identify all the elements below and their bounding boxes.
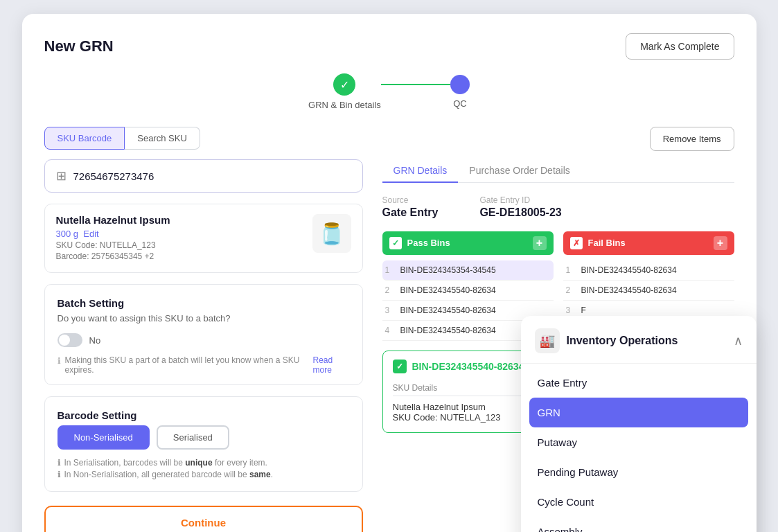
source-label: Source xyxy=(382,195,439,205)
batch-setting-desc: Do you want to assign this SKU to a batc… xyxy=(58,313,350,323)
barcode-note-1: ℹ In Serialisation, barcodes will be uni… xyxy=(58,458,350,468)
tab-grn-details[interactable]: GRN Details xyxy=(382,159,459,183)
bin-num: 2 xyxy=(385,285,395,295)
add-pass-bin-button[interactable]: + xyxy=(533,236,547,250)
fail-bins-header: ✗ Fail Bins + xyxy=(563,231,734,255)
main-card: New GRN Mark As Complete ✓ GRN & Bin det… xyxy=(22,14,757,532)
barcode-setting-title: Barcode Setting xyxy=(58,409,350,421)
step-1: ✓ GRN & Bin details xyxy=(308,73,381,110)
dropdown-collapse-icon[interactable]: ∧ xyxy=(734,333,743,348)
tab-po-details[interactable]: Purchase Order Details xyxy=(458,159,581,183)
bin-num: 3 xyxy=(385,305,395,315)
dropdown-section-icon: 🏭 xyxy=(535,328,560,353)
pass-bins-header: ✓ Pass Bins + xyxy=(382,231,554,255)
dropdown-item-gate-entry[interactable]: Gate Entry xyxy=(529,368,748,398)
sku-tab-bar: SKU Barcode Search SKU xyxy=(44,127,363,150)
barcode-input-wrap: ⊞ xyxy=(44,159,363,193)
non-serialised-btn[interactable]: Non-Serialised xyxy=(58,425,150,450)
source-value: Gate Entry xyxy=(382,206,439,219)
fail-bin-icon: ✗ xyxy=(570,237,583,249)
step-1-label: GRN & Bin details xyxy=(308,100,381,110)
barcode-note-2-icon: ℹ xyxy=(58,470,61,479)
bin-detail-name: BIN-DE324345540-82634 xyxy=(412,361,524,372)
dropdown-item-assembly[interactable]: Assembly xyxy=(529,517,748,532)
product-image: 🫙 xyxy=(312,214,351,253)
barcode-options: Non-Serialised Serialised xyxy=(58,425,350,450)
left-column: SKU Barcode Search SKU ⊞ Nutella Hazelnu… xyxy=(44,127,363,532)
barcode-note-2: ℹ In Non-Serialisation, all generated ba… xyxy=(58,470,350,479)
bin-code: BIN-DE324345540-82634 xyxy=(581,265,677,275)
header-row: New GRN Mark As Complete xyxy=(44,33,734,60)
gate-entry-group: Gate Entry ID GE-DE18005-23 xyxy=(479,195,561,219)
product-edit-link[interactable]: Edit xyxy=(83,229,98,239)
step-1-circle: ✓ xyxy=(333,73,355,96)
bin-num: 2 xyxy=(566,285,576,295)
pass-bin-item[interactable]: 1BIN-DE324345354-34545 xyxy=(382,260,554,281)
search-sku-tab[interactable]: Search SKU xyxy=(125,127,200,150)
bin-code: BIN-DE324345540-82634 xyxy=(400,305,496,315)
bin-code: BIN-DE324345540-82634 xyxy=(400,285,496,295)
inventory-operations-dropdown: 🏭 Inventory Operations ∧ Gate EntryGRNPu… xyxy=(521,316,757,532)
toggle-label: No xyxy=(89,335,101,346)
barcode-input[interactable] xyxy=(73,170,351,182)
fail-bin-item[interactable]: 2BIN-DE324345540-82634 xyxy=(563,281,734,301)
step-connector xyxy=(381,84,450,85)
dropdown-item-grn[interactable]: GRN xyxy=(529,398,748,427)
remove-items-wrap: Remove Items xyxy=(382,127,734,159)
pass-bins-title: Pass Bins xyxy=(407,238,450,248)
dropdown-header: 🏭 Inventory Operations ∧ xyxy=(521,316,757,364)
pass-bin-icon: ✓ xyxy=(389,237,402,249)
stepper: ✓ GRN & Bin details QC xyxy=(44,73,734,110)
pass-bin-item[interactable]: 2BIN-DE324345540-82634 xyxy=(382,281,554,301)
batch-info-note: ℹ Making this SKU a part of a batch will… xyxy=(58,355,350,375)
page-title: New GRN xyxy=(44,37,114,55)
serialised-btn[interactable]: Serialised xyxy=(157,425,229,450)
step-2-circle xyxy=(450,75,470,94)
fail-bin-item[interactable]: 1BIN-DE324345540-82634 xyxy=(563,260,734,281)
detail-tabs: GRN Details Purchase Order Details xyxy=(382,159,734,183)
batch-toggle-wrap: No xyxy=(58,333,350,347)
product-weight: 300 g Edit xyxy=(56,229,170,239)
source-row: Source Gate Entry Gate Entry ID GE-DE180… xyxy=(382,195,734,219)
read-more-link[interactable]: Read more xyxy=(313,355,350,375)
product-card: Nutella Hazelnut Ipsum 300 g Edit SKU Co… xyxy=(44,204,363,273)
batch-toggle[interactable] xyxy=(58,333,82,347)
sku-barcode-tab[interactable]: SKU Barcode xyxy=(44,127,125,150)
bin-num: 4 xyxy=(385,326,395,335)
dropdown-item-cycle-count[interactable]: Cycle Count xyxy=(529,487,748,517)
dropdown-item-pending-putaway[interactable]: Pending Putaway xyxy=(529,457,748,487)
bin-num: 3 xyxy=(566,305,576,315)
bin-detail-icon: ✓ xyxy=(393,360,407,373)
remove-items-button[interactable]: Remove Items xyxy=(650,127,734,151)
gate-entry-id-label: Gate Entry ID xyxy=(479,195,561,205)
info-icon: ℹ xyxy=(58,356,61,366)
product-info: Nutella Hazelnut Ipsum 300 g Edit SKU Co… xyxy=(56,214,170,263)
step-2-label: QC xyxy=(453,98,467,109)
add-fail-bin-button[interactable]: + xyxy=(714,236,727,250)
source-group: Source Gate Entry xyxy=(382,195,439,219)
dropdown-title: Inventory Operations xyxy=(567,335,678,347)
bin-code: BIN-DE324345354-34545 xyxy=(400,265,496,275)
barcode-scan-icon: ⊞ xyxy=(56,168,67,184)
bin-code: BIN-DE324345540-82634 xyxy=(400,326,496,335)
barcode-note-1-icon: ℹ xyxy=(58,458,61,468)
batch-setting-title: Batch Setting xyxy=(58,297,350,309)
barcode-setting-section: Barcode Setting Non-Serialised Serialise… xyxy=(44,396,363,492)
batch-setting-section: Batch Setting Do you want to assign this… xyxy=(44,284,363,385)
mark-complete-button[interactable]: Mark As Complete xyxy=(626,33,734,60)
product-sku: SKU Code: NUTELLA_123 xyxy=(56,240,170,250)
bin-code: F xyxy=(581,305,586,315)
bin-num: 1 xyxy=(385,265,395,275)
dropdown-items-list: Gate EntryGRNPutawayPending PutawayCycle… xyxy=(521,364,757,532)
bin-code: BIN-DE324345540-82634 xyxy=(581,285,677,295)
gate-entry-id-value: GE-DE18005-23 xyxy=(479,206,561,219)
bin-num: 1 xyxy=(566,265,576,275)
dropdown-item-putaway[interactable]: Putaway xyxy=(529,427,748,457)
fail-bins-title: Fail Bins xyxy=(588,238,626,248)
product-name: Nutella Hazelnut Ipsum xyxy=(56,214,170,226)
continue-button[interactable]: Continue xyxy=(44,506,363,532)
step-2: QC xyxy=(450,75,470,109)
product-barcode: Barcode: 25756345345 +2 xyxy=(56,251,170,261)
